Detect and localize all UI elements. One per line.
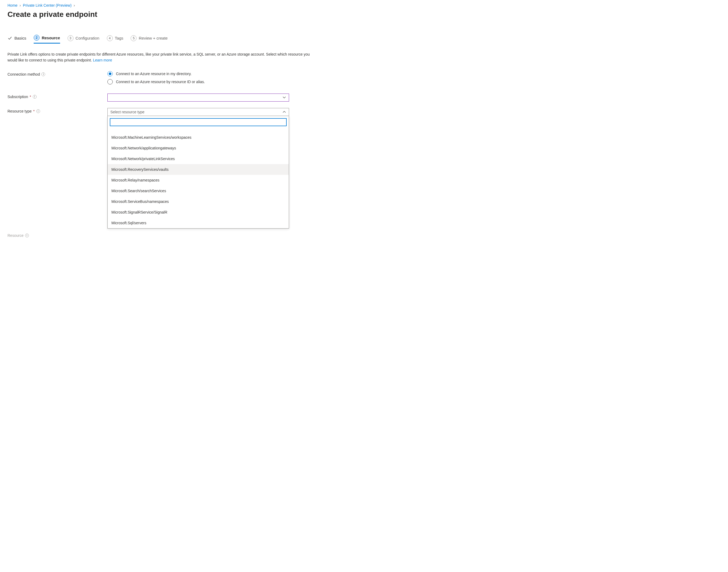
tab-resource[interactable]: 2 Resource	[34, 35, 60, 44]
radio-label: Connect to an Azure resource in my direc…	[116, 72, 191, 76]
dropdown-placeholder: Select resource type	[110, 110, 145, 114]
radio-connect-by-id[interactable]: Connect to an Azure resource by resource…	[107, 79, 289, 84]
wizard-tabs: Basics 2 Resource 3 Configuration 4 Tags…	[7, 35, 721, 44]
tab-label: Tags	[115, 36, 124, 41]
breadcrumb-home[interactable]: Home	[7, 3, 17, 7]
field-label: Resource i	[7, 232, 101, 238]
tab-label: Review + create	[139, 36, 167, 41]
resource-type-option[interactable]: Microsoft.Search/searchServices	[108, 186, 289, 196]
tab-review-create[interactable]: 5 Review + create	[131, 35, 167, 43]
info-icon[interactable]: i	[33, 95, 36, 99]
required-indicator: *	[33, 109, 34, 113]
resource-type-option[interactable]: Microsoft.RecoveryServices/vaults	[108, 164, 289, 175]
tab-tags[interactable]: 4 Tags	[107, 35, 124, 43]
field-subscription: Subscription * i	[7, 93, 721, 101]
radio-label: Connect to an Azure resource by resource…	[116, 80, 205, 84]
label-text: Resource	[7, 233, 23, 238]
tab-configuration[interactable]: 3 Configuration	[68, 35, 99, 43]
checkmark-icon	[7, 36, 12, 41]
label-text: Resource type	[7, 109, 31, 113]
intro-body: Private Link offers options to create pr…	[7, 52, 310, 62]
field-connection-method: Connection method i Connect to an Azure …	[7, 71, 721, 87]
radio-connect-my-directory[interactable]: Connect to an Azure resource in my direc…	[107, 71, 289, 76]
resource-type-option-list: …………………, ………Microsoft.MachineLearningSer…	[108, 128, 289, 228]
resource-type-option[interactable]: Microsoft.Network/privateLinkServices	[108, 153, 289, 164]
field-label: Resource type * i	[7, 108, 101, 113]
info-icon[interactable]: i	[25, 234, 29, 237]
step-number: 2	[34, 35, 39, 41]
step-number: 3	[68, 35, 73, 41]
info-icon[interactable]: i	[36, 109, 40, 113]
resource-type-dropdown[interactable]: Select resource type	[107, 108, 289, 116]
chevron-down-icon	[282, 96, 286, 99]
label-text: Subscription	[7, 95, 28, 99]
subscription-dropdown[interactable]	[107, 93, 289, 101]
learn-more-link[interactable]: Learn more	[93, 58, 112, 62]
field-label: Connection method i	[7, 71, 101, 76]
resource-type-option[interactable]: Microsoft.Relay/namespaces	[108, 175, 289, 186]
field-resource-type: Resource type * i Select resource type ……	[7, 108, 721, 228]
resource-type-option[interactable]: Microsoft.MachineLearningServices/worksp…	[108, 132, 289, 143]
page-title: Create a private endpoint	[7, 10, 721, 19]
radio-indicator	[107, 79, 113, 84]
breadcrumb-private-link-center[interactable]: Private Link Center (Preview)	[23, 3, 72, 7]
field-label: Subscription * i	[7, 93, 101, 99]
label-text: Connection method	[7, 72, 40, 76]
tab-label: Configuration	[76, 36, 99, 41]
chevron-right-icon: ›	[19, 3, 21, 7]
intro-text: Private Link offers options to create pr…	[7, 52, 317, 63]
step-number: 5	[131, 35, 137, 41]
required-indicator: *	[30, 95, 31, 99]
resource-type-option[interactable]: Microsoft.Network/applicationgateways	[108, 143, 289, 153]
chevron-right-icon: ›	[74, 3, 75, 7]
radio-indicator	[107, 71, 113, 76]
tab-basics[interactable]: Basics	[7, 36, 26, 43]
breadcrumb: Home › Private Link Center (Preview) ›	[7, 3, 721, 7]
info-icon[interactable]: i	[42, 72, 45, 76]
field-resource: Resource i	[7, 232, 721, 238]
step-number: 4	[107, 35, 113, 41]
resource-type-option[interactable]: Microsoft.SignalRService/SignalR	[108, 207, 289, 218]
resource-type-search-input[interactable]	[110, 118, 287, 126]
tab-label: Resource	[42, 35, 60, 40]
resource-type-flyout: …………………, ………Microsoft.MachineLearningSer…	[107, 116, 289, 228]
resource-type-option[interactable]: Microsoft.Sql/servers	[108, 218, 289, 228]
tab-label: Basics	[14, 36, 26, 41]
resource-type-option[interactable]: Microsoft.ServiceBus/namespaces	[108, 196, 289, 207]
list-item-truncated: …………………, ………	[108, 128, 289, 132]
chevron-up-icon	[282, 110, 286, 114]
